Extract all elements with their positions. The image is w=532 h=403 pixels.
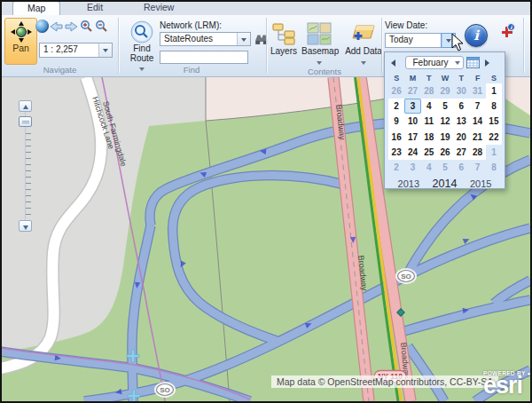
calendar-day[interactable]: 31 (469, 83, 485, 99)
calendar-day[interactable]: 16 (388, 130, 404, 145)
route-input[interactable] (160, 51, 248, 64)
calendar-year[interactable]: 2015 (470, 178, 491, 189)
calendar-year[interactable]: 2013 (398, 178, 419, 189)
calendar-picker-icon[interactable] (466, 57, 480, 68)
next-extent-icon[interactable] (65, 21, 78, 35)
view-date-combobox[interactable]: Today (385, 33, 456, 48)
calendar-day[interactable]: 28 (469, 145, 485, 160)
svg-text:SO: SO (401, 273, 411, 281)
calendar-day[interactable]: 3 (404, 160, 420, 175)
calendar-day[interactable]: 20 (453, 130, 469, 145)
calendar-day[interactable]: 18 (421, 130, 437, 145)
calendar-grid: SMTWTFS262728293031123456789101112131415… (385, 73, 505, 175)
calendar-day[interactable]: 12 (437, 114, 453, 129)
calendar-day[interactable]: 5 (437, 160, 453, 175)
calendar-day[interactable]: 1 (486, 83, 502, 99)
calendar-day[interactable]: 27 (404, 83, 420, 99)
ribbon-tab-bar: Map Edit Review (0, 0, 532, 15)
calendar-day[interactable]: 8 (486, 99, 502, 114)
basemap-button[interactable]: Basemap (301, 22, 337, 67)
calendar-day[interactable]: 2 (388, 99, 404, 114)
calendar-day[interactable]: 30 (453, 83, 469, 99)
calendar-day[interactable]: 14 (469, 114, 485, 129)
calendar-day[interactable]: 6 (453, 160, 469, 175)
network-lrm-label: Network (LRM): (160, 20, 222, 30)
calendar-day[interactable]: 5 (437, 99, 453, 114)
layers-button[interactable]: Layers (269, 22, 299, 57)
calendar-day[interactable]: 26 (388, 83, 404, 99)
esri-logo: POWERED BY ● esri (483, 370, 531, 395)
contents-group-label: Contents (282, 67, 367, 76)
calendar-day[interactable]: 27 (453, 145, 469, 160)
calendar-day[interactable]: 21 (469, 130, 485, 145)
calendar-prev-month-icon[interactable] (391, 59, 395, 67)
zoom-out-icon[interactable] (95, 20, 108, 33)
calendar-day-selected[interactable]: 3 (404, 99, 420, 114)
zoom-in-icon[interactable] (80, 20, 93, 33)
calendar-day[interactable]: 7 (469, 160, 485, 175)
zoom-slider-handle[interactable] (19, 116, 32, 127)
calendar-day[interactable]: 7 (469, 99, 485, 114)
previous-extent-icon[interactable] (50, 21, 63, 35)
calendar-next-month-icon[interactable] (485, 59, 489, 67)
calendar-day[interactable]: 15 (486, 114, 502, 129)
network-dropdown-button[interactable] (237, 33, 250, 45)
add-data-icon (349, 22, 378, 45)
map-attribution: Map data © OpenStreetMap contributors, C… (271, 375, 498, 388)
calendar-day[interactable]: 23 (388, 145, 404, 160)
tab-edit[interactable]: Edit (73, 1, 117, 15)
calendar-day[interactable]: 4 (421, 99, 437, 114)
basemap-label: Basemap (301, 47, 337, 57)
calendar-day[interactable]: 10 (404, 114, 420, 129)
calendar-day[interactable]: 2 (388, 160, 404, 175)
add-data-button[interactable]: Add Data (344, 22, 383, 67)
add-data-dropdown-caret[interactable] (361, 61, 366, 65)
calendar-day-header: S (388, 73, 404, 83)
calendar-day-header: S (486, 73, 502, 83)
group-separator (523, 18, 524, 73)
calendar-day[interactable]: 13 (453, 114, 469, 129)
calendar-day[interactable]: 24 (404, 145, 420, 160)
calendar-day[interactable]: 25 (421, 145, 437, 160)
map-zoom-slider[interactable] (19, 100, 33, 233)
app-window: Hitchcock Lane South Farmingdale Broadwa… (0, 0, 532, 403)
calendar-month-dropdown[interactable]: February (405, 56, 464, 69)
layers-icon (272, 22, 295, 45)
group-separator (381, 18, 382, 73)
date-picker-popup: February SMTWTFS262728293031123456789101… (384, 51, 505, 189)
calendar-years: 201320142015 (385, 178, 505, 190)
calendar-day[interactable]: 9 (388, 114, 404, 129)
calendar-day[interactable]: 8 (486, 160, 502, 175)
calendar-header: February (385, 52, 505, 73)
full-extent-icon[interactable] (35, 20, 49, 33)
map-scale-combobox[interactable]: 1 : 2,257 (39, 43, 113, 58)
info-button[interactable]: i (465, 24, 488, 47)
calendar-day[interactable]: 22 (486, 130, 502, 145)
esri-wordmark: esri (483, 376, 531, 395)
find-route-label: Find Route (125, 44, 159, 63)
tab-map[interactable]: Map (12, 1, 60, 15)
calendar-day[interactable]: 19 (437, 130, 453, 145)
zoom-slider-down-button[interactable] (19, 220, 32, 232)
calendar-day[interactable]: 6 (453, 99, 469, 114)
basemap-dropdown-caret[interactable] (317, 61, 322, 65)
calendar-day[interactable]: 29 (437, 83, 453, 99)
calendar-day[interactable]: 4 (421, 160, 437, 175)
pan-icon (12, 23, 30, 41)
pan-button[interactable]: Pan (4, 18, 37, 65)
group-separator (266, 18, 267, 73)
network-combobox[interactable]: StateRoutes (160, 32, 251, 46)
tab-review[interactable]: Review (129, 1, 188, 15)
calendar-year-current[interactable]: 2014 (433, 178, 458, 190)
layers-label: Layers (269, 47, 299, 57)
map-scale-dropdown-button[interactable] (98, 43, 112, 57)
identify-route-tool-icon[interactable]: i (499, 24, 515, 39)
calendar-day[interactable]: 26 (437, 145, 453, 160)
calendar-day[interactable]: 28 (421, 83, 437, 99)
calendar-day-header: F (469, 73, 485, 83)
calendar-day[interactable]: 1 (486, 145, 502, 160)
zoom-slider-up-button[interactable] (19, 100, 32, 112)
calendar-day[interactable]: 11 (421, 114, 437, 129)
calendar-day[interactable]: 17 (404, 130, 420, 145)
map-scale-value: 1 : 2,257 (40, 43, 98, 57)
